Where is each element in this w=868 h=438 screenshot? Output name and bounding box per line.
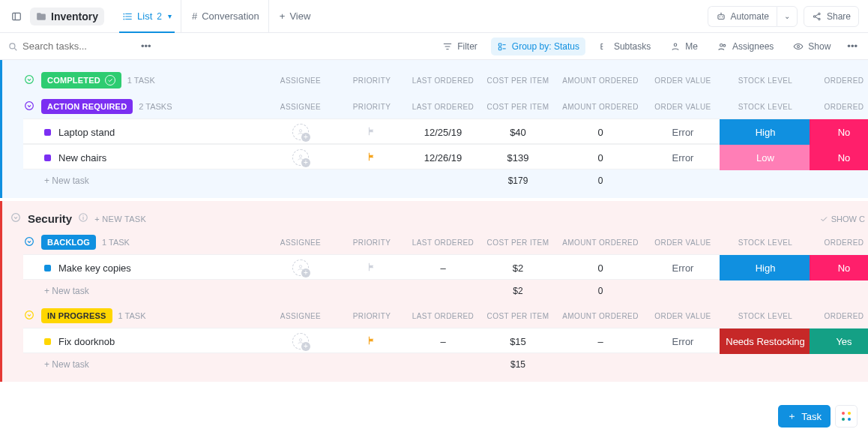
task-row[interactable]: Laptop stand 12/25/19 $40 0 Error High N…: [23, 118, 868, 144]
status-pill[interactable]: IN PROGRESS: [41, 308, 112, 323]
column-cost-per-item: COST PER ITEM: [480, 76, 555, 85]
svg-rect-18: [498, 47, 501, 50]
svg-point-2: [123, 13, 124, 14]
assignee-placeholder-icon: [292, 149, 309, 166]
priority-flag-icon[interactable]: [367, 127, 377, 139]
group-totals: + New task $2 0: [23, 280, 868, 302]
tab-add-view[interactable]: + View: [271, 0, 320, 32]
add-new-task-header[interactable]: + NEW TASK: [94, 214, 146, 224]
ordered-tag[interactable]: No: [810, 255, 868, 280]
total-cost: $179: [480, 176, 555, 186]
subtasks-label: Subtasks: [614, 41, 651, 52]
collapse-toggle[interactable]: [23, 309, 35, 322]
svg-point-15: [10, 43, 15, 48]
cost-cell: $15: [480, 336, 555, 347]
chevron-down-icon: ⌄: [784, 12, 790, 20]
collapse-toggle[interactable]: [23, 236, 35, 249]
priority-cell[interactable]: [338, 262, 406, 274]
filter-chip[interactable]: Filter: [436, 38, 483, 56]
priority-cell[interactable]: [338, 335, 406, 348]
column-cost-per-item: COST PER ITEM: [480, 312, 555, 320]
plus-icon: ＋: [787, 410, 797, 423]
status-dot-icon: [44, 265, 51, 272]
assignee-cell[interactable]: [263, 333, 338, 350]
floating-task-button[interactable]: ＋ Task: [778, 405, 831, 428]
status-group: ACTION REQUIRED 2 TASKS ASSIGNEE PRIORIT…: [23, 99, 868, 192]
filterbar-more-button[interactable]: •••: [844, 40, 861, 52]
task-row[interactable]: Make key copies – $2 0 Error High No: [23, 254, 868, 280]
toggle-sidebar-button[interactable]: [6, 6, 27, 27]
svg-point-24: [798, 45, 800, 47]
svg-rect-0: [13, 13, 21, 20]
groupby-chip[interactable]: Group by: Status: [491, 38, 585, 56]
assignee-placeholder-icon: [292, 124, 309, 140]
tab-conversation[interactable]: # Conversation: [183, 0, 269, 32]
column-assignee: ASSIGNEE: [263, 238, 338, 247]
cost-cell: $139: [480, 152, 555, 164]
topbar: Inventory List 2 ▾ # Conversation + View…: [0, 0, 868, 33]
priority-flag-icon[interactable]: [367, 262, 377, 274]
column-cost-per-item: COST PER ITEM: [480, 103, 555, 111]
status-pill[interactable]: BACKLOG: [41, 235, 96, 250]
folder-chip[interactable]: Inventory: [30, 8, 104, 26]
me-chip[interactable]: Me: [664, 38, 704, 56]
order-value-cell: Error: [645, 152, 720, 164]
search-input[interactable]: [22, 40, 127, 52]
column-order-value: ORDER VALUE: [645, 238, 720, 247]
task-count: 1 TASK: [102, 238, 130, 247]
task-row[interactable]: Fix doorknob – $15 – Error Needs Restock…: [23, 328, 868, 353]
filterbar-right: Filter Group by: Status Subtasks Me Assi…: [436, 38, 861, 56]
show-chip[interactable]: Show: [787, 38, 837, 56]
task-name: Fix doorknob: [58, 336, 115, 347]
status-pill[interactable]: ACTION REQUIRED: [41, 99, 133, 114]
show-label: Show: [808, 41, 831, 52]
assignee-cell[interactable]: [263, 260, 338, 276]
priority-flag-icon[interactable]: [367, 152, 377, 164]
status-dot-icon: [44, 154, 51, 161]
share-button[interactable]: Share: [804, 6, 859, 27]
search-more-button[interactable]: •••: [136, 38, 156, 55]
svg-line-14: [816, 16, 819, 18]
status-dot-icon: [44, 129, 51, 136]
amount-cell: 0: [555, 152, 645, 164]
column-stock-level: STOCK LEVEL: [720, 312, 810, 320]
priority-cell[interactable]: [338, 126, 406, 139]
floating-apps-button[interactable]: [835, 405, 858, 428]
column-priority: PRIORITY: [338, 312, 406, 320]
tab-list[interactable]: List 2 ▾: [113, 0, 181, 32]
amount-cell: –: [555, 336, 645, 347]
stock-level-tag[interactable]: High: [720, 255, 811, 280]
ordered-tag[interactable]: No: [810, 119, 868, 145]
collapse-toggle[interactable]: [23, 74, 35, 87]
collapse-toggle[interactable]: [23, 100, 35, 113]
ordered-tag[interactable]: No: [810, 145, 868, 170]
new-task-button[interactable]: + New task: [23, 286, 263, 296]
collapse-toggle[interactable]: [10, 212, 22, 226]
priority-cell[interactable]: [338, 152, 406, 164]
ordered-tag[interactable]: Yes: [810, 328, 868, 354]
assignee-cell[interactable]: [263, 149, 338, 166]
stock-level-tag[interactable]: Low: [720, 145, 811, 170]
task-row[interactable]: New chairs 12/26/19 $139 0 Error Low No: [23, 144, 868, 170]
status-group: COMPLETED 1 TASK ASSIGNEE PRIORITY LAST …: [23, 72, 868, 93]
show-closed-toggle[interactable]: SHOW C: [819, 214, 865, 224]
svg-point-3: [123, 16, 124, 17]
subtasks-chip[interactable]: Subtasks: [593, 38, 657, 56]
status-pill[interactable]: COMPLETED: [41, 72, 121, 88]
svg-rect-5: [718, 14, 724, 19]
stock-level-tag[interactable]: High: [720, 119, 811, 145]
automate-button[interactable]: Automate: [708, 6, 777, 27]
assignees-chip[interactable]: Assignees: [711, 38, 780, 56]
column-last-ordered: LAST ORDERED: [406, 238, 480, 247]
info-icon[interactable]: [78, 212, 88, 225]
last-ordered-cell: –: [406, 336, 480, 347]
total-amount: 0: [555, 176, 645, 186]
priority-flag-icon[interactable]: [367, 336, 377, 348]
assignee-cell[interactable]: [263, 124, 338, 140]
new-task-button[interactable]: + New task: [23, 359, 263, 370]
floating-task-label: Task: [801, 411, 822, 422]
stock-level-tag[interactable]: Needs Restocking: [720, 328, 811, 354]
status-group: IN PROGRESS 1 TASK ASSIGNEE PRIORITY LAS…: [23, 308, 868, 376]
automate-dropdown[interactable]: ⌄: [777, 6, 798, 27]
new-task-button[interactable]: + New task: [23, 176, 263, 186]
